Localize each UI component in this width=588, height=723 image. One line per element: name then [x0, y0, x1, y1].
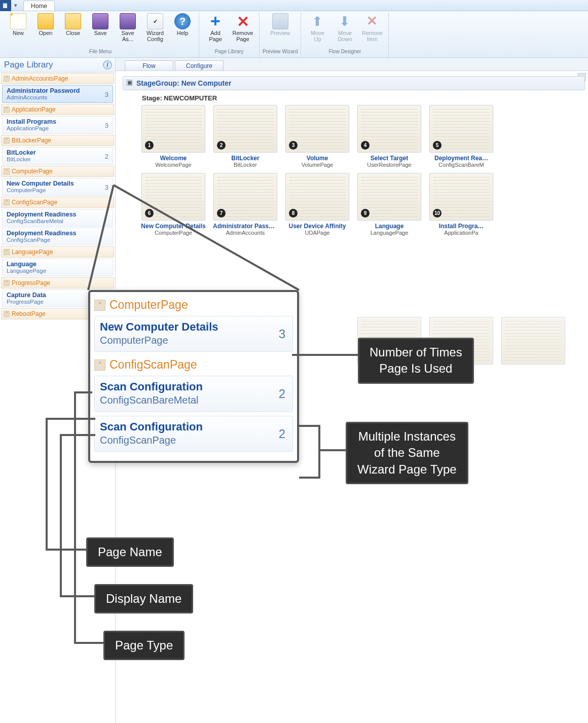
move-up-button[interactable]: ⬆Move Up [304, 12, 330, 42]
preview-button[interactable]: Preview [267, 12, 293, 37]
page-card-title: Install Progra… [439, 223, 484, 230]
sidebar-item-title: BitLocker [7, 149, 109, 156]
zoom-item-count: 2 [279, 427, 285, 441]
save-button[interactable]: Save [87, 12, 114, 37]
ribbon-group-label: Flow Designer [329, 49, 361, 56]
page-number-badge: 3 [289, 141, 298, 150]
page-card[interactable]: 8User Device AffinityUDAPage [285, 173, 350, 236]
sidebar-item[interactable]: Deployment ReadinessConfigScanPage [2, 228, 113, 245]
page-card[interactable]: 5Deployment Rea…ConfigScanBareM [429, 105, 494, 168]
page-card-sub: ApplicationPa [444, 230, 478, 236]
help-button[interactable]: ?Help [169, 12, 196, 37]
page-thumbnail[interactable]: 5 [429, 105, 493, 153]
page-card[interactable]: 1WelcomeWelcomePage [141, 105, 206, 168]
app-menu-button[interactable] [0, 0, 11, 11]
page-thumbnail[interactable] [501, 317, 565, 365]
page-card[interactable]: 10Install Progra…ApplicationPa [429, 173, 494, 236]
page-card[interactable]: 3VolumeVolumePage [285, 105, 350, 168]
zoom-group-computerpage: ˄ ComputerPage [93, 296, 294, 315]
new-button[interactable]: New [5, 12, 31, 37]
sidebar-group-header[interactable]: ˄BitLockerPage [1, 135, 114, 146]
page-thumbnail[interactable]: 3 [285, 105, 349, 153]
page-thumbnail[interactable]: 8 [285, 173, 349, 221]
open-button[interactable]: Open [32, 12, 59, 37]
zoom-item-newcomputer[interactable]: New Computer Details ComputerPage 3 [94, 316, 293, 352]
zoom-item-scan2[interactable]: Scan Configuration ConfigScanPage 2 [94, 416, 293, 452]
ribbon-button-label: Open [39, 30, 53, 37]
chevron-up-icon: ˄ [4, 76, 10, 82]
wizard-config-button[interactable]: ✔Wizard Config [142, 12, 168, 42]
sidebar-group-label: ProgressPage [12, 279, 50, 286]
page-thumbnail[interactable]: 6 [141, 173, 205, 221]
sidebar-group-header[interactable]: ˄ComputerPage [1, 166, 114, 177]
sidebar-group-header[interactable]: ˄ApplicationPage [1, 104, 114, 115]
page-thumbnail[interactable]: 1 [141, 105, 205, 153]
sidebar-group-header[interactable]: ˄AdminAccountsPage [1, 73, 114, 84]
remove-item-button[interactable]: ✕Remove Item [359, 12, 385, 42]
page-card-sub: WelcomePage [155, 162, 191, 168]
ribbon-button-label: Remove Page [233, 30, 253, 42]
tab-flow[interactable]: Flow [125, 60, 173, 70]
quick-access-dropdown[interactable]: ▾ [11, 2, 20, 9]
save-as-button[interactable]: Save As... [115, 12, 141, 42]
sidebar-group-header[interactable]: ˄ProgressPage [1, 277, 114, 288]
callout-multiple: Multiple Instancesof the SameWizard Page… [346, 422, 468, 484]
tab-configure[interactable]: Configure [175, 60, 224, 70]
sidebar-item[interactable]: BitLockerBitLocker2 [2, 147, 113, 165]
move-down-button[interactable]: ⬇Move Down [332, 12, 358, 42]
sidebar-item[interactable]: LanguageLanguagePage [2, 259, 113, 276]
sidebar-item-sub: AdminAccounts [7, 94, 109, 100]
sidebar-item[interactable]: Install ProgramsApplicationPage3 [2, 116, 113, 134]
page-thumbnail[interactable]: 7 [213, 173, 277, 221]
zoom-item-sub: ConfigScanPage [100, 435, 287, 446]
chevron-up-icon: ˄ [4, 168, 10, 174]
page-thumbnail[interactable]: 9 [357, 173, 421, 221]
sidebar-group-header[interactable]: ˄ConfigScanPage [1, 197, 114, 208]
ribbon-button-label: Save [94, 30, 106, 37]
zoom-item-count: 2 [279, 387, 285, 401]
zoom-item-scan1[interactable]: Scan Configuration ConfigScanBareMetal 2 [94, 376, 293, 412]
page-card-sub: ComputerPage [155, 230, 192, 236]
remove-page-button[interactable]: ✕Remove Page [230, 12, 256, 42]
collapse-icon[interactable]: ▣ [126, 80, 132, 86]
page-card-sub: ConfigScanBareM [438, 162, 484, 168]
sidebar-item[interactable]: Administrator PasswordAdminAccounts3 [2, 85, 113, 103]
ribbon: NewOpenCloseSaveSave As...✔Wizard Config… [0, 11, 588, 58]
page-thumbnail[interactable]: 2 [213, 105, 277, 153]
page-card[interactable]: 6New Computer DetailsComputerPage [141, 173, 206, 236]
ribbon-group-label: File Menu [89, 49, 112, 56]
page-thumbnail[interactable]: 10 [429, 173, 493, 221]
page-card[interactable]: 7Administrator Passw…AdminAccounts [213, 173, 278, 236]
zoom-item-title: Scan Configuration [100, 420, 287, 433]
page-number-badge: 2 [217, 141, 226, 150]
ribbon-button-label: Close [66, 30, 80, 37]
page-card-sub: UserRestorePage [367, 162, 411, 168]
chevron-up-icon: ˄ [4, 199, 10, 205]
sidebar-item[interactable]: Deployment ReadinessConfigScanBareMetal [2, 209, 113, 227]
stagegroup-label: StageGroup: New Computer [136, 79, 231, 87]
tab-home[interactable]: Home [23, 1, 55, 11]
sidebar-group-label: BitLockerPage [12, 137, 51, 144]
page-card[interactable]: 9LanguageLanguagePage [357, 173, 422, 236]
page-card-sub: BitLocker [234, 162, 257, 168]
stagegroup-header[interactable]: ▣ StageGroup: New Computer [123, 76, 585, 90]
ribbon-button-label: Help [177, 30, 189, 37]
chevron-up-icon: ˄ [4, 137, 10, 143]
sidebar-item-title: Deployment Readiness [7, 230, 109, 237]
sidebar-group-label: ApplicationPage [12, 106, 56, 113]
add-page-button[interactable]: +Add Page [202, 12, 229, 42]
page-card[interactable]: 4Select TargetUserRestorePage [357, 105, 422, 168]
close-button[interactable]: Close [60, 12, 86, 37]
page-card-title: Deployment Rea… [434, 155, 488, 162]
page-card-sub: VolumePage [302, 162, 333, 168]
page-thumbnail[interactable]: 4 [357, 105, 421, 153]
sidebar-item[interactable]: New Computer DetailsComputerPage3 [2, 178, 113, 196]
page-library-header: Page Library i [0, 58, 115, 73]
sidebar-item-sub: ComputerPage [7, 187, 109, 193]
title-bar: ▾ Home [0, 0, 588, 11]
page-card[interactable]: 2BitLockerBitLocker [213, 105, 278, 168]
sidebar-group-label: LanguagePage [12, 248, 53, 256]
chevron-up-icon: ˄ [4, 106, 10, 113]
info-icon[interactable]: i [103, 60, 112, 69]
thumb-row-1: 1WelcomeWelcomePage2BitLockerBitLocker3V… [123, 105, 588, 168]
